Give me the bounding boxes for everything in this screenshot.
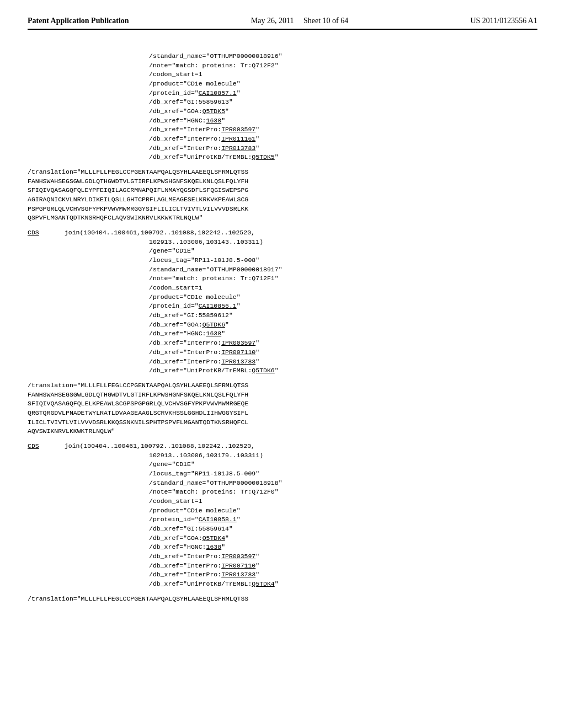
attr-protein-id-1: /protein_id="CAI10857.1" [149, 89, 537, 98]
block1-attributes: /standard_name="OTTHUMP00000018916" /not… [28, 52, 537, 162]
cds-3-join: join(100404..100461,100792..101088,10224… [65, 442, 255, 449]
header-center: May 26, 2011 Sheet 10 of 64 [251, 17, 348, 25]
cds-3-note: /note="match: proteins: Tr:Q712F0" [149, 488, 537, 497]
translation-1-line2: FANHSWAHSEGSGWLGDLQTHGWDTVLGTIRFLKPWSHGN… [28, 177, 537, 186]
cds-2-db-interpro-a: /db_xref="InterPro:IPR003597" [149, 339, 537, 348]
cds-3-locus-tag: /locus_tag="RP11-101J8.5-009" [149, 469, 537, 479]
cds-2-db-hgnc: /db_xref="HGNC:1638" [149, 329, 537, 339]
cds-3-db-interpro-b: /db_xref="InterPro:IPR007110" [149, 561, 537, 571]
cds-3-db-hgnc: /db_xref="HGNC:1638" [149, 543, 537, 552]
cds-2-db-interpro-c: /db_xref="InterPro:IPR013783" [149, 357, 537, 367]
cds-2-db-goa: /db_xref="GOA:Q5TDK6" [149, 320, 537, 330]
cds-3-codon-start: /codon_start=1 [149, 497, 537, 506]
cds-2-join: join(100404..100461,100792..101088,10224… [65, 229, 255, 236]
cds-2-protein-id: /protein_id="CAI10856.1" [149, 302, 537, 311]
cds-2-header: CDS join(100404..100461,100792..101088,1… [28, 228, 537, 238]
cds-2-product: /product="CD1e molecule" [149, 293, 537, 302]
cds-2-block: CDS join(100404..100461,100792..101088,1… [28, 228, 537, 376]
cds-3-header: CDS join(100404..100461,100792..101088,1… [28, 442, 537, 451]
page-header: Patent Application Publication May 26, 2… [28, 17, 537, 30]
cds-2-locus-tag: /locus_tag="RP11-101J8.5-008" [149, 256, 537, 265]
cds-2-label: CDS [28, 228, 61, 238]
attr-codon-start-1: /codon_start=1 [149, 70, 537, 79]
cds-2-codon-start: /codon_start=1 [149, 283, 537, 293]
header-right: US 2011/0123556 A1 [470, 17, 537, 25]
cds-3-label: CDS [28, 442, 61, 451]
attr-db-xref-interpro-1a: /db_xref="InterPro:IPR003597" [149, 125, 537, 135]
cds-3-standard-name: /standard_name="OTTHUMP00000018918" [149, 479, 537, 488]
cds-3-db-gi: /db_xref="GI:55859614" [149, 524, 537, 534]
translation-3-text: /translation="MLLLFLLFEGLCCPGENTAAPQALQS… [28, 595, 537, 604]
translation-2-line6: AQVSWIKNRVLKKWKTRLNQLW" [28, 427, 537, 436]
cds-2-note: /note="match: proteins: Tr:Q712F1" [149, 274, 537, 283]
cds-3-db-interpro-a: /db_xref="InterPro:IPR003597" [149, 552, 537, 561]
translation-1-line3: SFIQIVQASAGQFQLEYPFEIQILAGCRMNAPQIFLNMAY… [28, 186, 537, 195]
cds-2-gene: /gene="CD1E" [149, 247, 537, 256]
translation-1: /translation="MLLLFLLFEGLCCPGENTAAPQALQS… [28, 168, 537, 223]
cds-3-product: /product="CD1e molecule" [149, 506, 537, 516]
cds-2-db-gi: /db_xref="GI:55859612" [149, 311, 537, 320]
translation-2-line2: FANHSWAHSEGSGWLGDLQTHGWDTVLGTIRFLKPWSHGN… [28, 390, 537, 400]
attr-db-xref-goa-1: /db_xref="GOA:Q5TDK5" [149, 107, 537, 116]
translation-2: /translation="MLLLFLLFEGLCCPGENTAAPQALQS… [28, 381, 537, 436]
attr-note-1: /note="match: proteins: Tr:Q712F2" [149, 61, 537, 71]
cds-3-db-interpro-c: /db_xref="InterPro:IPR013783" [149, 570, 537, 580]
translation-1-line5: PSPGPGRLQLVCHVSGFYPKPVWVMWMRGGYSIFLILICL… [28, 205, 537, 214]
cds-2-db-uniprot: /db_xref="UniProtKB/TrEMBL:Q5TDK6" [149, 366, 537, 376]
header-left: Patent Application Publication [28, 17, 129, 25]
translation-1-text: /translation="MLLLFLLFEGLCCPGENTAAPQALQS… [28, 168, 537, 177]
cds-3-block: CDS join(100404..100461,100792..101088,1… [28, 442, 537, 589]
header-date: May 26, 2011 [251, 17, 294, 25]
translation-1-line4: AGIRAQNICKVLNRYLDIKEILQSLLGHTCPRFLAGLMEA… [28, 195, 537, 205]
header-sheet: Sheet 10 of 64 [303, 17, 348, 25]
translation-3: /translation="MLLLFLLFEGLCCPGENTAAPQALQS… [28, 595, 537, 604]
cds-2-standard-name: /standard_name="OTTHUMP00000018917" [149, 265, 537, 275]
cds-2-join2: 102913..103006,103143..103311) [149, 238, 537, 247]
attr-db-xref-uniprot-1: /db_xref="UniProtKB/TrEMBL:Q5TDK5" [149, 153, 537, 162]
cds-3-protein-id: /protein_id="CAI10858.1" [149, 515, 537, 524]
cds-2-db-interpro-b: /db_xref="InterPro:IPR007110" [149, 348, 537, 357]
attr-db-xref-interpro-1c: /db_xref="InterPro:IPR013783" [149, 144, 537, 153]
attr-product-1: /product="CD1e molecule" [149, 79, 537, 89]
translation-2-line4: QRGTQRGDVLPNADETWYLRATLDVAAGEAAGLSCRVKHS… [28, 409, 537, 418]
translation-1-line6: QSPVFLMGANTQDTKNSRHQFCLAQVSWIKNRVLKKWKTR… [28, 213, 537, 223]
cds-3-db-uniprot: /db_xref="UniProtKB/TrEMBL:Q5TDK4" [149, 580, 537, 589]
attr-standard-name-1: /standard_name="OTTHUMP00000018916" [149, 52, 537, 61]
cds-3-db-goa: /db_xref="GOA:Q5TDK4" [149, 534, 537, 543]
attr-db-xref-interpro-1b: /db_xref="InterPro:IPR011161" [149, 135, 537, 144]
cds-3-join2: 102913..103006,103179..103311) [149, 451, 537, 461]
translation-2-text: /translation="MLLLFLLFEGLCCPGENTAAPQALQS… [28, 381, 537, 390]
patent-content: /standard_name="OTTHUMP00000018916" /not… [28, 52, 537, 603]
attr-db-xref-hgnc-1: /db_xref="HGNC:1638" [149, 116, 537, 126]
cds-3-gene: /gene="CD1E" [149, 460, 537, 469]
translation-2-line5: ILICLTVIVTLVILVVVDSRLKKQSSNKNILSPHTPSPVF… [28, 418, 537, 427]
translation-2-line3: SFIQIVQASAGQFQLELKPEAWLSCGPSPGPGRLQLVCHV… [28, 399, 537, 409]
attr-db-xref-gi-1: /db_xref="GI:55859613" [149, 98, 537, 107]
